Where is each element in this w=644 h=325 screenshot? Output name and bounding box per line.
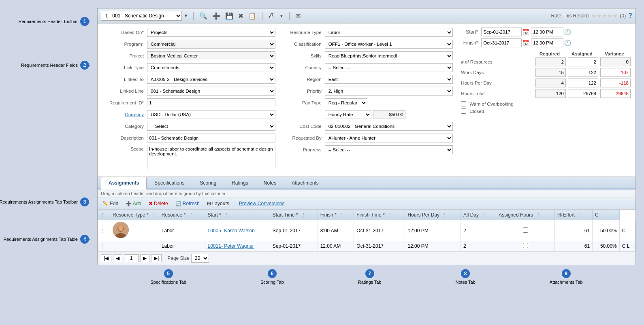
finish-calendar-icon[interactable]: 📅 xyxy=(522,40,529,46)
col-start-time[interactable]: Start Time * ⋮ xyxy=(270,210,318,220)
rate-value-input[interactable]: $50.00 xyxy=(373,110,405,119)
tab-attachments[interactable]: Attachments xyxy=(284,177,326,189)
search-button[interactable]: 🔍 xyxy=(198,11,208,21)
help-button[interactable]: ? xyxy=(628,12,632,19)
resource-type-col-menu[interactable]: ⋮ xyxy=(151,212,156,218)
skills-select[interactable]: Read Blueprints;Senior;Intermedi xyxy=(325,51,453,60)
email-button[interactable]: ✉ xyxy=(294,11,301,21)
preview-conversions-link[interactable]: Preview Conversions xyxy=(239,201,285,206)
col-assigned-hours[interactable]: Assigned Hours ⋮ xyxy=(496,210,555,220)
tab-ratings[interactable]: Ratings xyxy=(224,177,256,189)
classification-select[interactable]: OFF1 - Office Worker - Level 1 xyxy=(325,40,453,49)
save-button[interactable]: 💾 xyxy=(224,11,234,21)
hours-per-day-col-menu[interactable]: ⋮ xyxy=(442,212,447,218)
add-button[interactable]: ➕ xyxy=(211,11,221,21)
program-select[interactable]: Commercial xyxy=(147,40,275,49)
pct-effort-col-menu[interactable]: ⋮ xyxy=(578,212,582,218)
start-time-col-menu[interactable]: ⋮ xyxy=(301,212,306,218)
tab-scoring[interactable]: Scoring xyxy=(192,177,224,189)
prev-page-button[interactable]: ◀ xyxy=(113,254,122,262)
workdays-required-input[interactable]: 15 xyxy=(535,68,566,77)
row2-all-day-checkbox[interactable] xyxy=(523,243,528,248)
start-time-input[interactable]: 12:00 PM xyxy=(531,28,563,36)
tab-notes[interactable]: Notes xyxy=(256,177,284,189)
warn-overbooking-checkbox[interactable] xyxy=(461,101,466,106)
finish-clock-icon[interactable]: 🕐 xyxy=(564,40,571,46)
start-calendar-icon[interactable]: 📅 xyxy=(522,29,529,35)
assigned-hours-col-menu[interactable]: ⋮ xyxy=(536,212,541,218)
col-finish-time[interactable]: Finish Time * ⋮ xyxy=(354,210,405,220)
edit-button[interactable]: ✏️ Edit xyxy=(101,200,120,207)
resource-link-1[interactable]: L0005- Karen Watson xyxy=(208,228,255,234)
tab-assignments[interactable]: Assignments xyxy=(101,177,147,189)
row1-drag[interactable]: ⋮ xyxy=(98,220,110,241)
col-resource[interactable]: Resource * ⋮ xyxy=(159,210,205,220)
add-button[interactable]: ➕ Add xyxy=(124,200,143,207)
first-page-button[interactable]: |◀ xyxy=(101,254,111,262)
linked-to-select[interactable]: A.0005-2 - Design Services xyxy=(147,75,275,84)
row1-resource[interactable]: L0005- Karen Watson xyxy=(205,220,270,241)
currency-select[interactable]: USD - Dollar (USA) xyxy=(147,110,275,119)
drag-handle-icon[interactable]: ⋮ xyxy=(100,228,105,234)
resource-col-menu[interactable]: ⋮ xyxy=(189,212,194,218)
next-page-button[interactable]: ▶ xyxy=(140,254,149,262)
record-selector[interactable]: 1 - 001 - Schematic Design ▼ xyxy=(101,11,188,21)
resource-link-2[interactable]: L0011- Peter Wagner xyxy=(208,243,254,249)
category-select[interactable]: -- Select -- xyxy=(147,122,275,131)
col-finish[interactable]: Finish * ⋮ xyxy=(318,210,354,220)
col-all-day[interactable]: All Day ⋮ xyxy=(461,210,496,220)
description-input[interactable]: 001 - Schematic Design xyxy=(147,134,275,142)
row2-all-day[interactable] xyxy=(496,241,555,251)
progress-select[interactable]: -- Select -- xyxy=(325,145,453,154)
resources-required-input[interactable]: 2 xyxy=(535,57,566,66)
col-pct-effort[interactable]: % Effort ⋮ xyxy=(555,210,593,220)
region-select[interactable]: East xyxy=(325,75,453,84)
refresh-button[interactable]: 🔄 Refresh xyxy=(174,200,201,207)
stars-display[interactable]: ★★★★★ xyxy=(591,13,618,19)
start-clock-icon[interactable]: 🕐 xyxy=(564,29,571,35)
currency-label[interactable]: Currency xyxy=(102,112,147,117)
col-start[interactable]: Start * ⋮ xyxy=(205,210,270,220)
print-dropdown-button[interactable]: ▼ xyxy=(279,13,284,19)
based-on-select[interactable]: Projects xyxy=(147,28,275,37)
delete-button[interactable]: ✖ Delete xyxy=(147,200,170,207)
priority-select[interactable]: 2. High xyxy=(325,87,453,96)
row1-all-day[interactable] xyxy=(496,220,555,241)
hours-total-required-input[interactable]: 120 xyxy=(535,89,566,98)
tab-specifications[interactable]: Specifications xyxy=(147,177,192,189)
row1-all-day-checkbox[interactable] xyxy=(523,227,528,233)
delete-button[interactable]: ✖ xyxy=(237,11,244,21)
pay-type-select[interactable]: Reg - Regular xyxy=(325,98,367,107)
layouts-button[interactable]: ⊞ Layouts xyxy=(205,200,231,207)
hours-per-day-required-input[interactable]: 4 xyxy=(535,79,566,87)
cost-code-select[interactable]: 02-010002 - General Conditions xyxy=(325,122,453,131)
drag-handle-icon[interactable]: ⋮ xyxy=(100,243,105,249)
record-select[interactable]: 1 - 001 - Schematic Design xyxy=(101,11,182,21)
copy-button[interactable]: 📋 xyxy=(247,11,257,21)
finish-time-input[interactable]: 12:00 PM xyxy=(531,38,563,47)
resource-type-select[interactable]: Labor xyxy=(325,28,453,37)
page-size-select[interactable]: 20 xyxy=(191,254,209,263)
last-page-button[interactable]: ▶| xyxy=(151,254,162,262)
requested-by-select[interactable]: AHunter - Anne Hunter xyxy=(325,134,453,142)
row2-drag[interactable]: ⋮ xyxy=(98,241,110,251)
link-type-select[interactable]: Commitments xyxy=(147,63,275,72)
row2-resource[interactable]: L0011- Peter Wagner xyxy=(205,241,270,251)
print-button[interactable]: 🖨 xyxy=(267,11,275,20)
finish-col-menu[interactable]: ⋮ xyxy=(339,212,344,218)
page-number-input[interactable]: 1 xyxy=(124,254,139,262)
dropdown-arrow-icon[interactable]: ▼ xyxy=(183,13,188,19)
country-select[interactable]: -- Select -- xyxy=(325,63,453,72)
closed-checkbox[interactable] xyxy=(461,108,466,114)
requirement-id-input[interactable]: 1 xyxy=(147,98,275,107)
start-col-menu[interactable]: ⋮ xyxy=(224,212,229,218)
all-day-col-menu[interactable]: ⋮ xyxy=(482,212,486,218)
finish-date-input[interactable]: Oct-31-2017 xyxy=(481,38,522,47)
start-date-input[interactable]: Sep-01-2017 xyxy=(481,28,522,36)
finish-time-col-menu[interactable]: ⋮ xyxy=(388,212,392,218)
col-resource-type[interactable]: Resource Type * ⋮ xyxy=(110,210,159,220)
project-select[interactable]: Boston Medical Center xyxy=(147,51,275,60)
scope-textarea[interactable]: In-house labor to coordinate all aspects… xyxy=(147,145,275,169)
rate-type-select[interactable]: Hourly Rate xyxy=(325,110,371,119)
linked-line-select[interactable]: 001 - Schematic Design xyxy=(147,87,275,96)
